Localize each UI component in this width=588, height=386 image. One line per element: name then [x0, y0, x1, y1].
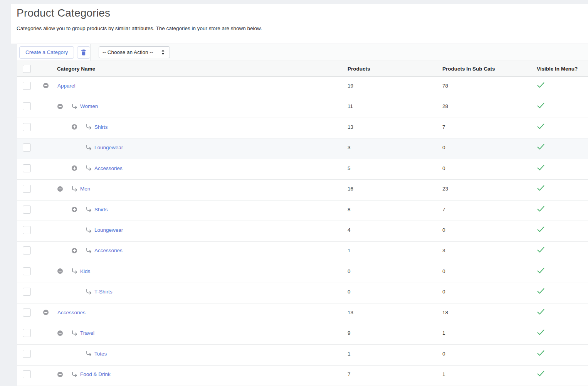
- category-link[interactable]: T-Shirts: [94, 289, 113, 295]
- products-count: 16: [348, 186, 442, 192]
- sub-cats-count: 28: [442, 103, 536, 109]
- table-row: Apparel 19 78: [17, 77, 588, 97]
- delete-button[interactable]: [77, 46, 90, 59]
- category-link[interactable]: Travel: [80, 330, 94, 336]
- category-name-cell: Accessories: [43, 248, 348, 253]
- visible-check-icon: [537, 206, 545, 212]
- row-checkbox-cell: [17, 143, 43, 152]
- row-checkbox[interactable]: [23, 288, 31, 296]
- sub-cats-count: 7: [442, 124, 536, 130]
- products-count: 13: [348, 310, 442, 315]
- collapse-toggle-icon[interactable]: [57, 186, 63, 192]
- visible-cell: [536, 206, 588, 214]
- subcategory-arrow-icon: [72, 186, 77, 192]
- collapse-toggle-icon[interactable]: [57, 104, 63, 109]
- visible-check-icon: [537, 288, 545, 294]
- category-name-cell: Shirts: [43, 124, 348, 130]
- category-link[interactable]: Men: [80, 186, 90, 192]
- category-link[interactable]: Women: [80, 103, 98, 109]
- table-row: Accessories 13 18: [17, 303, 588, 324]
- visible-check-icon: [537, 164, 545, 171]
- collapse-toggle-icon[interactable]: [57, 268, 63, 274]
- indent-spacer: [43, 209, 72, 210]
- products-count: 7: [348, 371, 442, 377]
- expand-toggle-icon[interactable]: [72, 207, 77, 212]
- collapse-toggle-icon[interactable]: [43, 310, 49, 315]
- collapse-toggle-icon[interactable]: [57, 330, 63, 336]
- row-checkbox[interactable]: [23, 329, 31, 337]
- category-link[interactable]: Accessories: [94, 165, 123, 171]
- row-checkbox[interactable]: [23, 267, 31, 275]
- subcategory-arrow-icon: [72, 330, 77, 336]
- category-link[interactable]: Apparel: [57, 83, 76, 89]
- category-link[interactable]: Loungewear: [94, 145, 123, 150]
- category-link[interactable]: Loungewear: [94, 227, 123, 233]
- row-checkbox-cell: [17, 123, 43, 131]
- indent-spacer: [43, 230, 72, 230]
- indent-spacer: [43, 374, 57, 374]
- select-all-checkbox[interactable]: [23, 65, 31, 73]
- category-link[interactable]: Kids: [80, 268, 90, 274]
- subcategory-arrow-icon: [72, 372, 77, 377]
- select-all-cell: [17, 65, 43, 73]
- table-header-row: Category Name Products Products In Sub C…: [17, 61, 588, 77]
- table-row: Shirts 8 7: [17, 201, 588, 221]
- category-name-cell: Kids: [43, 268, 348, 274]
- row-checkbox[interactable]: [23, 226, 31, 234]
- indent-spacer: [43, 106, 57, 106]
- products-count: 1: [348, 248, 442, 253]
- category-link[interactable]: Shirts: [94, 124, 108, 130]
- create-category-button[interactable]: Create a Category: [19, 46, 74, 59]
- visible-check-icon: [537, 267, 545, 274]
- category-link[interactable]: Accessories: [94, 248, 123, 253]
- collapse-toggle-icon[interactable]: [57, 372, 63, 377]
- sub-cats-count: 0: [442, 165, 536, 171]
- expand-toggle-icon[interactable]: [72, 124, 77, 130]
- visible-cell: [536, 164, 588, 172]
- row-checkbox-cell: [17, 370, 43, 378]
- row-checkbox[interactable]: [23, 308, 31, 317]
- category-link[interactable]: Totes: [94, 351, 107, 357]
- sub-cats-count: 1: [442, 371, 536, 377]
- indent-spacer: [43, 250, 72, 251]
- sub-cats-count: 23: [442, 186, 536, 192]
- indent-spacer: [43, 189, 57, 189]
- row-checkbox[interactable]: [23, 102, 31, 110]
- indent-spacer: [43, 127, 72, 127]
- category-name-cell: Accessories: [43, 310, 348, 315]
- sub-cats-count: 3: [442, 248, 536, 253]
- column-header-visible-in-menu: Visible In Menu?: [536, 66, 588, 72]
- expand-toggle-icon[interactable]: [72, 165, 77, 171]
- expand-toggle-icon[interactable]: [72, 248, 77, 253]
- subcategory-arrow-icon: [86, 165, 92, 171]
- category-link[interactable]: Food & Drink: [80, 371, 111, 377]
- category-link[interactable]: Accessories: [57, 310, 86, 315]
- products-count: 5: [348, 165, 442, 171]
- table-row: Accessories 1 3: [17, 242, 588, 262]
- column-header-category-name: Category Name: [43, 66, 348, 72]
- sub-cats-count: 1: [442, 330, 536, 336]
- table-body: Apparel 19 78 Women 11 28: [17, 77, 588, 386]
- visible-cell: [536, 370, 588, 378]
- row-checkbox[interactable]: [23, 350, 31, 358]
- column-header-products-in-sub-cats: Products In Sub Cats: [442, 66, 536, 72]
- products-count: 0: [348, 289, 442, 295]
- row-checkbox[interactable]: [23, 185, 31, 193]
- category-link[interactable]: Shirts: [94, 207, 108, 212]
- action-select[interactable]: -- Choose an Action --: [99, 46, 170, 58]
- category-name-cell: Men: [43, 186, 348, 192]
- row-checkbox[interactable]: [23, 246, 31, 255]
- row-checkbox[interactable]: [23, 164, 31, 172]
- row-checkbox[interactable]: [23, 82, 31, 90]
- subcategory-arrow-icon: [86, 228, 92, 233]
- visible-cell: [536, 350, 588, 358]
- page-gutter-left: [0, 4, 11, 44]
- page-title: Product Categories: [17, 7, 110, 19]
- visible-cell: [536, 185, 588, 193]
- row-checkbox[interactable]: [23, 370, 31, 378]
- row-checkbox[interactable]: [23, 123, 31, 131]
- page-subtitle: Categories allow you to group products b…: [17, 25, 262, 31]
- collapse-toggle-icon[interactable]: [43, 83, 49, 88]
- row-checkbox[interactable]: [23, 143, 31, 152]
- row-checkbox[interactable]: [23, 206, 31, 214]
